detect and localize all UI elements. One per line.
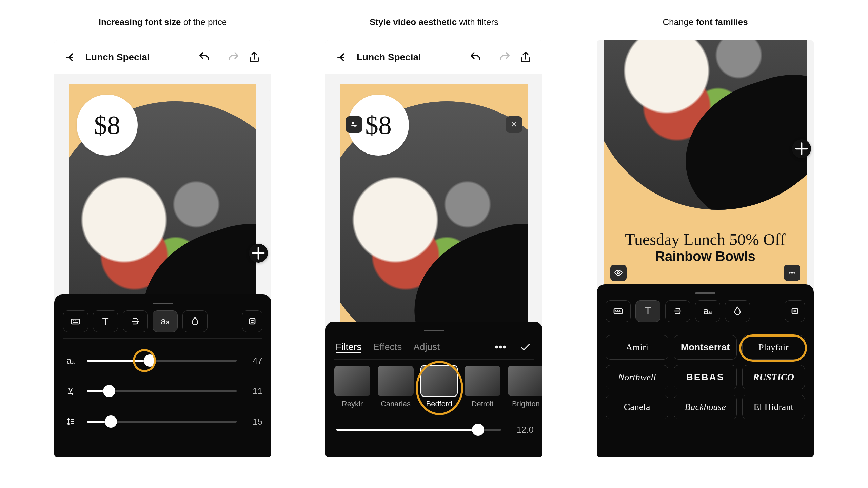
color-drop-icon[interactable] <box>182 310 208 332</box>
filter-item[interactable]: Detroit <box>465 366 500 408</box>
svg-rect-12 <box>792 308 797 314</box>
svg-point-10 <box>794 272 795 273</box>
font-chip[interactable]: Northwell <box>606 365 668 389</box>
font-chip[interactable]: Backhouse <box>674 395 736 419</box>
promo-line2: Rainbow Bowls <box>597 249 814 264</box>
slider-letterspacing[interactable]: 11 <box>63 376 262 406</box>
svg-point-7 <box>617 272 620 274</box>
redo-icon <box>498 50 511 64</box>
preview-eye-icon[interactable] <box>610 265 627 281</box>
text-align-icon[interactable] <box>242 310 262 332</box>
tab-filters[interactable]: Filters <box>336 342 361 352</box>
back-icon[interactable] <box>336 50 349 64</box>
strikethrough-icon[interactable] <box>665 300 690 322</box>
back-icon[interactable] <box>64 50 78 64</box>
sheet-grip[interactable] <box>695 292 715 294</box>
sheet-grip[interactable] <box>424 330 444 331</box>
appbar: Lunch Special <box>54 40 271 74</box>
phone-fontsize: Lunch Special $8 <box>54 40 271 457</box>
filter-strength-value: 12.0 <box>510 425 534 435</box>
slider-fontsize[interactable]: aa 47 <box>63 345 262 376</box>
text-icon[interactable] <box>635 300 660 322</box>
filter-item[interactable]: Reykir <box>334 366 370 408</box>
add-button[interactable] <box>249 244 268 263</box>
font-chip[interactable]: Montserrat <box>674 335 736 360</box>
more-icon[interactable] <box>784 265 800 281</box>
filter-item[interactable]: Brighton <box>508 366 542 408</box>
tab-adjust[interactable]: Adjust <box>413 342 440 352</box>
font-chip[interactable]: Amiri <box>606 335 668 360</box>
filter-item-selected[interactable]: Bedford <box>421 366 457 408</box>
phone-fonts: Tuesday Lunch 50% Off Rainbow Bowls <box>597 40 814 457</box>
fontsize-value: 47 <box>245 355 262 366</box>
keyboard-icon[interactable] <box>63 310 88 332</box>
font-chip[interactable]: BEBAS <box>674 365 736 389</box>
sheet-grip[interactable] <box>153 303 173 304</box>
svg-point-6 <box>504 346 505 348</box>
filter-item[interactable]: Canarias <box>378 366 414 408</box>
caption-1: Increasing font size of the price <box>99 17 227 27</box>
share-icon[interactable] <box>519 50 532 64</box>
apply-check-icon[interactable] <box>519 340 532 354</box>
font-chip[interactable]: El Hidrant <box>742 395 805 419</box>
letterspacing-label-icon <box>63 386 78 396</box>
text-toolrow: aa <box>63 310 262 339</box>
more-icon[interactable] <box>494 340 507 354</box>
separator <box>490 53 490 61</box>
filter-sheet: Filters Effects Adjust <box>326 322 542 457</box>
lineheight-value: 15 <box>245 416 262 427</box>
font-chip[interactable]: RUSTICO <box>742 365 805 389</box>
promo-line1: Tuesday Lunch 50% Off <box>597 230 814 249</box>
fontsize-icon[interactable]: aa <box>153 310 178 332</box>
text-align-icon[interactable] <box>785 300 805 322</box>
share-icon[interactable] <box>248 50 261 64</box>
lineheight-label-icon <box>63 417 78 426</box>
svg-rect-1 <box>250 319 255 324</box>
caption-3: Change font families <box>663 17 748 27</box>
strikethrough-icon[interactable] <box>123 310 148 332</box>
close-icon[interactable] <box>506 116 522 133</box>
keyboard-icon[interactable] <box>606 300 631 322</box>
svg-rect-0 <box>72 319 80 324</box>
color-drop-icon[interactable] <box>725 300 750 322</box>
appbar: Lunch Special <box>326 40 542 74</box>
font-grid: Amiri Montserrat Playfair Northwell BEBA… <box>606 335 805 419</box>
phone-filters: Lunch Special $8 <box>326 40 542 457</box>
adjust-handle-icon[interactable] <box>346 116 362 133</box>
food-image <box>604 40 807 210</box>
svg-point-5 <box>499 346 501 348</box>
slider-lineheight[interactable]: 15 <box>63 406 262 437</box>
svg-point-8 <box>789 272 790 273</box>
filter-tabs: Filters Effects Adjust <box>334 338 534 360</box>
font-sheet: aa Amiri Montserrat Playfair Northwell <box>597 284 814 457</box>
add-button[interactable] <box>792 139 811 158</box>
slider-filter-strength[interactable]: 12.0 <box>334 414 534 445</box>
font-chip[interactable]: Playfair <box>742 335 805 360</box>
project-title: Lunch Special <box>357 52 461 63</box>
undo-icon[interactable] <box>198 50 211 64</box>
caption-2: Style video aesthetic with filters <box>370 17 498 27</box>
redo-icon <box>226 50 240 64</box>
svg-point-9 <box>791 272 792 273</box>
tab-effects[interactable]: Effects <box>373 342 402 352</box>
font-chip[interactable]: Canela <box>606 395 668 419</box>
undo-icon[interactable] <box>469 50 482 64</box>
text-icon[interactable] <box>93 310 118 332</box>
svg-rect-11 <box>614 309 622 314</box>
project-title: Lunch Special <box>85 52 190 63</box>
price-badge[interactable]: $8 <box>77 95 138 156</box>
promo-text[interactable]: Tuesday Lunch 50% Off Rainbow Bowls <box>597 230 814 264</box>
text-toolrow: aa <box>606 300 805 328</box>
svg-point-4 <box>496 346 497 348</box>
text-style-sheet: aa aa 47 <box>54 294 271 457</box>
fontsize-label-icon: aa <box>63 355 78 366</box>
filter-filmstrip: Reykir Canarias Bedford Detroit Brighton <box>334 366 534 408</box>
letterspacing-value: 11 <box>245 386 262 396</box>
fontsize-icon[interactable]: aa <box>695 300 720 322</box>
separator <box>219 53 219 61</box>
